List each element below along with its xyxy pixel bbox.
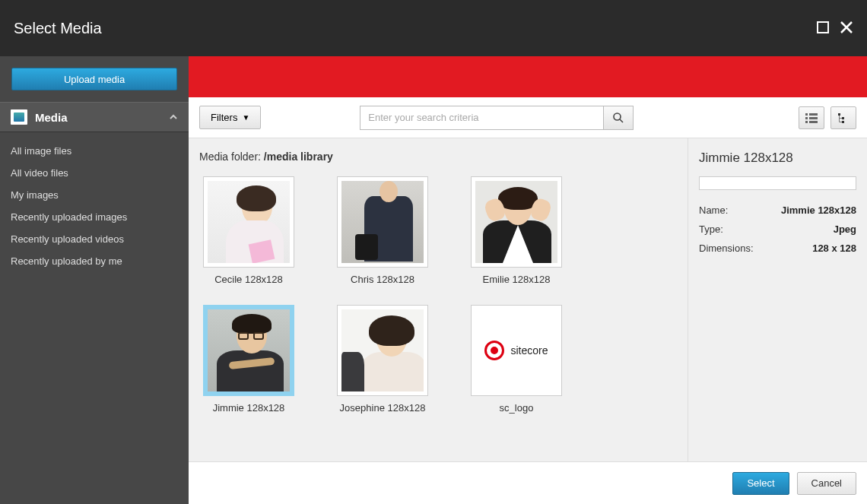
footer: Select Cancel [189,461,867,504]
media-icon [11,109,27,125]
logo-text: sitecore [510,344,548,357]
meta-key: Name: [699,204,728,216]
titlebar: Select Media [0,0,867,56]
svg-rect-8 [805,121,808,123]
toolbar: Filters ▼ [189,97,867,138]
svg-rect-9 [809,121,818,123]
dialog-title: Select Media [14,20,102,37]
media-item[interactable]: Josephine 128x128 [333,305,432,414]
thumb-label: sc_logo [467,402,566,414]
tree-view-button[interactable] [830,106,856,129]
thumb-image [208,181,290,263]
media-item[interactable]: Emilie 128x128 [467,176,566,285]
thumb-image [208,309,290,391]
upload-media-button[interactable]: Upload media [11,68,177,90]
folder-prefix: Media folder: [199,151,264,163]
sidebar-item-all-video-files[interactable]: All video files [0,162,189,184]
meta-row: Type: Jpeg [699,220,856,239]
thumb-frame: sitecore [471,305,562,396]
svg-rect-7 [809,117,818,119]
svg-rect-4 [805,113,808,116]
content: Media folder: /media library [189,138,867,461]
sidebar-section-header[interactable]: Media [0,102,189,132]
svg-rect-10 [838,113,840,116]
sidebar-item-recently-uploaded-by-me[interactable]: Recently uploaded by me [0,250,189,272]
media-item[interactable]: Chris 128x128 [333,176,432,285]
thumb-label: Chris 128x128 [333,274,432,285]
details-pane: Jimmie 128x128 Name: Jimmie [688,138,867,461]
media-item[interactable]: Cecile 128x128 [199,176,298,285]
thumb-label: Josephine 128x128 [333,402,432,414]
search-button[interactable] [603,106,634,130]
chevron-down-icon: ▼ [242,113,249,122]
sidebar-item-my-images[interactable]: My images [0,184,189,206]
filters-button-label: Filters [211,112,237,123]
thumb-image [341,181,424,263]
select-button[interactable]: Select [732,472,789,495]
search-input[interactable] [360,106,603,130]
sidebar-item-recently-uploaded-videos[interactable]: Recently uploaded videos [0,228,189,250]
svg-rect-11 [842,117,844,119]
window-controls [817,21,853,36]
media-item[interactable]: Jimmie 128x128 [199,305,298,414]
sidebar-item-recently-uploaded-images[interactable]: Recently uploaded images [0,206,189,228]
thumb-frame [203,176,294,268]
media-grid: Cecile 128x128 Chris 128x128 [199,176,677,414]
main: Filters ▼ [189,56,867,504]
thumb-frame [337,176,428,268]
body: Upload media Media All image files All v… [0,56,867,504]
meta-value: 128 x 128 [812,242,856,254]
view-toggle [799,106,856,129]
thumb-frame [203,305,294,396]
thumb-label: Emilie 128x128 [467,274,566,285]
brand-bar [189,56,867,97]
details-title: Jimmie 128x128 [699,151,856,166]
search-icon [612,112,624,124]
search-wrap [360,106,634,130]
close-icon[interactable] [840,21,853,36]
sitecore-logo-icon [484,341,504,360]
meta-value: Jimmie 128x128 [781,204,856,216]
meta-value: Jpeg [834,223,856,235]
filters-button[interactable]: Filters ▼ [199,106,261,129]
thumb-label: Cecile 128x128 [199,274,298,285]
meta-key: Type: [699,223,723,235]
gallery-pane: Media folder: /media library [189,138,688,461]
thumb-frame [471,176,562,268]
upload-wrap: Upload media [0,56,189,102]
list-view-icon [805,113,818,123]
svg-rect-6 [805,117,808,119]
thumb-image [475,181,557,263]
cancel-button[interactable]: Cancel [797,472,856,495]
list-view-button[interactable] [799,106,824,129]
tree-view-icon [837,113,850,123]
folder-path: /media library [264,151,333,163]
thumb-image: sitecore [475,309,557,391]
maximize-icon[interactable] [817,21,829,36]
sidebar-filter-list: All image files All video files My image… [0,132,189,280]
meta-row: Dimensions: 128 x 128 [699,239,856,258]
meta-key: Dimensions: [699,242,754,254]
chevron-up-icon [169,113,178,122]
thumb-frame [337,305,428,396]
svg-rect-12 [842,121,844,123]
app-root: Select Media Upload media Media All imag… [0,0,867,504]
sidebar: Upload media Media All image files All v… [0,56,189,504]
sidebar-item-all-image-files[interactable]: All image files [0,140,189,162]
media-item[interactable]: sitecore sc_logo [467,305,566,414]
meta-row: Name: Jimmie 128x128 [699,201,856,220]
svg-line-3 [620,119,623,122]
thumb-label: Jimmie 128x128 [199,402,298,414]
thumb-image [341,309,424,391]
preview-frame [699,176,856,190]
breadcrumb: Media folder: /media library [199,151,677,163]
sidebar-section-label: Media [35,111,161,124]
svg-rect-5 [809,113,818,116]
svg-point-2 [614,113,621,120]
